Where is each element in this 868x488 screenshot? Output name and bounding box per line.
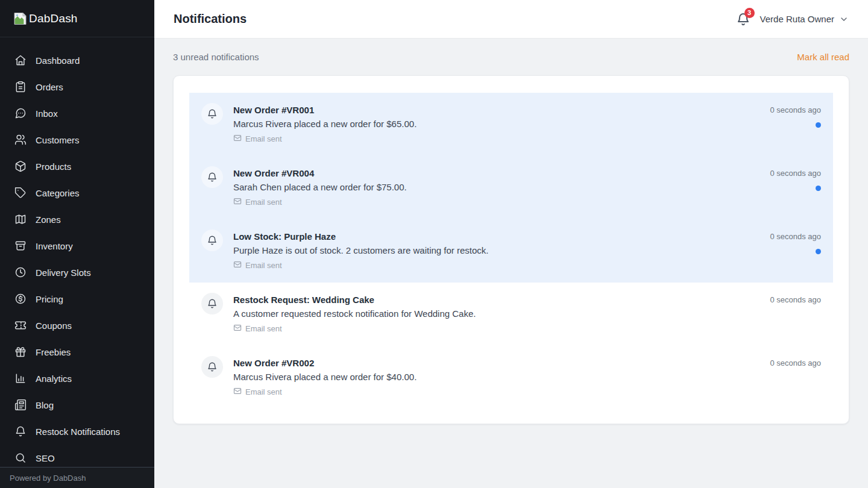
notification-message: Marcus Rivera placed a new order for $40… <box>233 372 760 382</box>
brand-name: DabDash <box>29 12 78 25</box>
email-status: Email sent <box>233 134 760 144</box>
notification-row[interactable]: New Order #VR004 Sarah Chen placed a new… <box>189 156 833 219</box>
notification-message: A customer requested restock notificatio… <box>233 308 760 319</box>
email-status-label: Email sent <box>245 387 282 396</box>
notifications-toolbar: 3 unread notifications Mark all read <box>173 52 849 62</box>
mark-all-read-button[interactable]: Mark all read <box>797 52 849 62</box>
sidebar-item-freebies[interactable]: Freebies <box>6 339 148 365</box>
notification-time: 0 seconds ago <box>770 169 821 178</box>
sidebar-item-zones[interactable]: Zones <box>6 206 148 233</box>
mail-icon <box>233 197 242 207</box>
page-title: Notifications <box>174 12 247 26</box>
package-icon <box>14 160 27 172</box>
map-icon <box>14 213 27 225</box>
users-icon <box>14 134 27 146</box>
sidebar-item-restock-notifications[interactable]: Restock Notifications <box>6 418 148 445</box>
bell-icon <box>14 425 27 437</box>
notification-bell-icon <box>201 230 223 251</box>
unread-summary: 3 unread notifications <box>173 52 259 62</box>
notification-title: New Order #VR004 <box>233 168 760 178</box>
email-status: Email sent <box>233 260 760 271</box>
email-status-label: Email sent <box>245 198 282 207</box>
mail-icon <box>233 134 242 144</box>
notification-time: 0 seconds ago <box>770 105 821 114</box>
newspaper-icon <box>14 399 27 411</box>
email-status-label: Email sent <box>245 324 282 333</box>
mail-icon <box>233 260 242 271</box>
home-icon <box>14 54 27 66</box>
notifications-card: New Order #VR001 Marcus Rivera placed a … <box>173 75 849 424</box>
email-status-label: Email sent <box>245 134 282 143</box>
brand-logo[interactable]: DabDash <box>0 0 154 37</box>
chevron-down-icon <box>839 14 849 24</box>
notification-title: Low Stock: Purple Haze <box>233 231 760 242</box>
sidebar-item-orders[interactable]: Orders <box>6 74 148 100</box>
notification-title: Restock Request: Wedding Cake <box>233 295 760 305</box>
email-status-label: Email sent <box>245 261 282 270</box>
notification-message: Sarah Chen placed a new order for $75.00… <box>233 182 760 192</box>
archive-icon <box>14 240 27 252</box>
email-status: Email sent <box>233 197 760 207</box>
clock-icon <box>14 266 27 278</box>
mail-icon <box>233 387 242 397</box>
notification-message: Marcus Rivera placed a new order for $65… <box>233 119 760 129</box>
unread-dot-icon <box>816 249 821 254</box>
broken-image-icon <box>13 12 28 25</box>
notification-bell-icon <box>201 166 223 188</box>
clipboard-icon <box>14 81 27 93</box>
main-area: Notifications 3 Verde Ruta Owner 3 <box>154 0 868 488</box>
unread-dot-icon <box>816 122 821 128</box>
notifications-bell-button[interactable]: 3 <box>736 12 750 27</box>
sidebar-item-inventory[interactable]: Inventory <box>6 233 148 259</box>
tag-icon <box>14 187 27 199</box>
notification-time: 0 seconds ago <box>770 295 821 304</box>
sidebar-item-dashboard[interactable]: Dashboard <box>6 47 148 74</box>
notification-bell-icon <box>201 103 223 125</box>
email-status: Email sent <box>233 387 760 397</box>
notification-row[interactable]: New Order #VR001 Marcus Rivera placed a … <box>189 93 833 156</box>
notification-row[interactable]: Restock Request: Wedding Cake A customer… <box>189 283 833 346</box>
sidebar-item-inbox[interactable]: Inbox <box>6 100 148 127</box>
sidebar-nav: Dashboard Orders Inbox Customers Product… <box>0 37 154 488</box>
header-user-area: 3 Verde Ruta Owner <box>736 12 849 27</box>
sidebar-item-coupons[interactable]: Coupons <box>6 312 148 339</box>
sidebar: DabDash Dashboard Orders Inbox Customers… <box>0 0 154 488</box>
notification-title: New Order #VR001 <box>233 105 760 115</box>
user-name: Verde Ruta Owner <box>760 14 834 24</box>
search-icon <box>14 452 27 464</box>
notification-row[interactable]: New Order #VR002 Marcus Rivera placed a … <box>189 346 833 409</box>
notifications-page: 3 unread notifications Mark all read New… <box>154 39 868 488</box>
notification-title: New Order #VR002 <box>233 358 760 368</box>
sidebar-item-pricing[interactable]: Pricing <box>6 286 148 312</box>
app-window: DabDash Dashboard Orders Inbox Customers… <box>0 0 868 488</box>
sidebar-item-analytics[interactable]: Analytics <box>6 365 148 392</box>
bell-icon <box>736 18 750 28</box>
notification-time: 0 seconds ago <box>770 358 821 368</box>
chat-bubble-icon <box>14 107 27 119</box>
user-menu-button[interactable]: Verde Ruta Owner <box>760 14 849 24</box>
email-status: Email sent <box>233 324 760 334</box>
sidebar-footer: Powered by DabDash <box>0 467 154 488</box>
notification-bell-icon <box>201 356 223 378</box>
sidebar-item-products[interactable]: Products <box>6 153 148 180</box>
top-header: Notifications 3 Verde Ruta Owner <box>154 0 868 39</box>
unread-dot-icon <box>816 186 821 191</box>
bar-chart-icon <box>14 372 27 384</box>
sidebar-item-customers[interactable]: Customers <box>6 127 148 153</box>
notification-bell-icon <box>201 293 223 314</box>
sidebar-item-delivery-slots[interactable]: Delivery Slots <box>6 259 148 286</box>
sidebar-item-blog[interactable]: Blog <box>6 392 148 418</box>
notification-message: Purple Haze is out of stock. 2 customers… <box>233 245 760 255</box>
notification-row[interactable]: Low Stock: Purple Haze Purple Haze is ou… <box>189 219 833 283</box>
notification-time: 0 seconds ago <box>770 232 821 241</box>
powered-by-text: Powered by DabDash <box>10 474 86 483</box>
sidebar-item-categories[interactable]: Categories <box>6 180 148 206</box>
ticket-icon <box>14 319 27 331</box>
mail-icon <box>233 324 242 334</box>
notification-count-badge: 3 <box>744 8 755 18</box>
gift-icon <box>14 346 27 358</box>
dollar-circle-icon <box>14 293 27 305</box>
